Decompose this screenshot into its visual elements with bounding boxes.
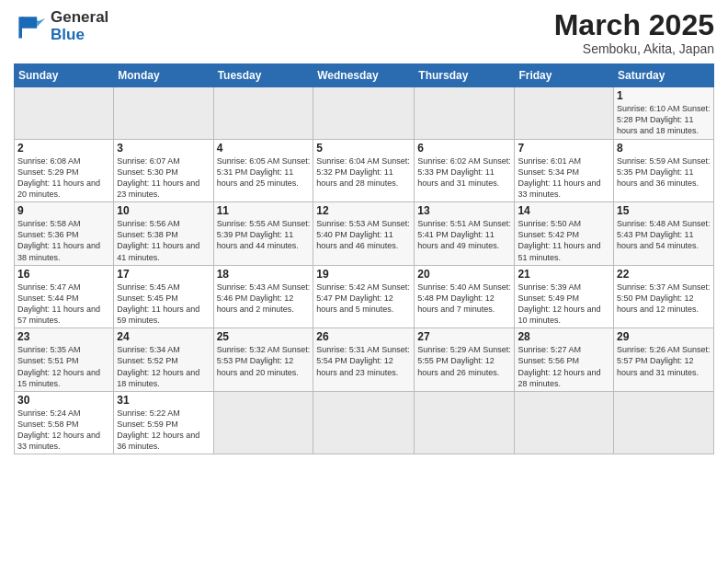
- day-info: Sunrise: 5:34 AM Sunset: 5:52 PM Dayligh…: [117, 344, 210, 389]
- week-row-0: 1Sunrise: 6:10 AM Sunset: 5:28 PM Daylig…: [15, 87, 714, 139]
- week-row-3: 16Sunrise: 5:47 AM Sunset: 5:44 PM Dayli…: [15, 265, 714, 328]
- day-info: Sunrise: 5:42 AM Sunset: 5:47 PM Dayligh…: [316, 282, 411, 315]
- day-cell: 4Sunrise: 6:05 AM Sunset: 5:31 PM Daylig…: [213, 139, 313, 202]
- day-cell: 6Sunrise: 6:02 AM Sunset: 5:33 PM Daylig…: [415, 139, 515, 202]
- day-cell: 5Sunrise: 6:04 AM Sunset: 5:32 PM Daylig…: [313, 139, 415, 202]
- header: General Blue March 2025 Semboku, Akita, …: [14, 9, 714, 56]
- day-number: 6: [417, 142, 511, 155]
- logo: General Blue: [14, 9, 108, 43]
- day-cell: [213, 391, 313, 454]
- day-info: Sunrise: 5:50 AM Sunset: 5:42 PM Dayligh…: [518, 218, 610, 263]
- day-cell: 18Sunrise: 5:43 AM Sunset: 5:46 PM Dayli…: [213, 265, 313, 328]
- day-cell: 27Sunrise: 5:29 AM Sunset: 5:55 PM Dayli…: [415, 328, 515, 392]
- day-info: Sunrise: 6:02 AM Sunset: 5:33 PM Dayligh…: [417, 155, 511, 189]
- day-cell: [515, 391, 614, 454]
- day-info: Sunrise: 5:37 AM Sunset: 5:50 PM Dayligh…: [617, 282, 711, 315]
- day-number: 7: [518, 142, 610, 155]
- day-number: 9: [17, 204, 110, 217]
- day-cell: [614, 391, 714, 454]
- day-number: 5: [316, 142, 411, 155]
- day-cell: 12Sunrise: 5:53 AM Sunset: 5:40 PM Dayli…: [313, 202, 415, 266]
- day-info: Sunrise: 5:22 AM Sunset: 5:59 PM Dayligh…: [117, 408, 210, 453]
- header-row: SundayMondayTuesdayWednesdayThursdayFrid…: [15, 64, 714, 87]
- day-info: Sunrise: 6:05 AM Sunset: 5:31 PM Dayligh…: [217, 155, 311, 189]
- header-friday: Friday: [515, 64, 614, 87]
- day-info: Sunrise: 5:32 AM Sunset: 5:53 PM Dayligh…: [217, 344, 311, 377]
- day-number: 10: [117, 204, 210, 217]
- page: General Blue March 2025 Semboku, Akita, …: [0, 0, 728, 563]
- day-cell: [415, 391, 515, 454]
- title-block: March 2025 Semboku, Akita, Japan: [554, 9, 714, 56]
- day-cell: [15, 87, 114, 139]
- week-row-4: 23Sunrise: 5:35 AM Sunset: 5:51 PM Dayli…: [15, 328, 714, 392]
- day-cell: 22Sunrise: 5:37 AM Sunset: 5:50 PM Dayli…: [614, 265, 714, 328]
- day-number: 8: [617, 142, 711, 155]
- day-info: Sunrise: 6:01 AM Sunset: 5:34 PM Dayligh…: [518, 155, 610, 201]
- day-info: Sunrise: 5:48 AM Sunset: 5:43 PM Dayligh…: [617, 218, 711, 251]
- svg-marker-2: [37, 18, 45, 27]
- logo-text: General Blue: [51, 9, 108, 43]
- day-info: Sunrise: 6:07 AM Sunset: 5:30 PM Dayligh…: [117, 155, 210, 201]
- day-number: 18: [217, 268, 311, 281]
- month-year-title: March 2025: [554, 9, 714, 41]
- day-number: 4: [217, 142, 311, 155]
- day-number: 26: [316, 330, 411, 343]
- day-info: Sunrise: 6:10 AM Sunset: 5:28 PM Dayligh…: [617, 103, 711, 136]
- day-number: 28: [518, 330, 610, 343]
- day-cell: 1Sunrise: 6:10 AM Sunset: 5:28 PM Daylig…: [614, 87, 714, 139]
- day-number: 16: [17, 268, 110, 281]
- day-cell: 16Sunrise: 5:47 AM Sunset: 5:44 PM Dayli…: [15, 265, 114, 328]
- week-row-2: 9Sunrise: 5:58 AM Sunset: 5:36 PM Daylig…: [15, 202, 714, 266]
- header-sunday: Sunday: [15, 64, 114, 87]
- day-cell: 11Sunrise: 5:55 AM Sunset: 5:39 PM Dayli…: [213, 202, 313, 266]
- day-number: 17: [117, 268, 210, 281]
- day-info: Sunrise: 5:47 AM Sunset: 5:44 PM Dayligh…: [17, 282, 110, 327]
- day-cell: [313, 391, 415, 454]
- day-number: 14: [518, 204, 610, 217]
- day-cell: 10Sunrise: 5:56 AM Sunset: 5:38 PM Dayli…: [114, 202, 213, 266]
- day-info: Sunrise: 5:53 AM Sunset: 5:40 PM Dayligh…: [316, 218, 411, 251]
- day-cell: 3Sunrise: 6:07 AM Sunset: 5:30 PM Daylig…: [114, 139, 213, 202]
- day-info: Sunrise: 5:35 AM Sunset: 5:51 PM Dayligh…: [17, 344, 110, 389]
- day-cell: 9Sunrise: 5:58 AM Sunset: 5:36 PM Daylig…: [15, 202, 114, 266]
- day-cell: [213, 87, 313, 139]
- header-thursday: Thursday: [415, 64, 515, 87]
- day-number: 31: [117, 394, 210, 407]
- day-info: Sunrise: 6:04 AM Sunset: 5:32 PM Dayligh…: [316, 155, 411, 189]
- day-number: 22: [617, 268, 711, 281]
- header-wednesday: Wednesday: [313, 64, 415, 87]
- header-tuesday: Tuesday: [213, 64, 313, 87]
- header-saturday: Saturday: [614, 64, 714, 87]
- day-cell: 29Sunrise: 5:26 AM Sunset: 5:57 PM Dayli…: [614, 328, 714, 392]
- day-cell: [313, 87, 415, 139]
- day-number: 13: [417, 204, 511, 217]
- day-cell: 20Sunrise: 5:40 AM Sunset: 5:48 PM Dayli…: [415, 265, 515, 328]
- day-cell: 23Sunrise: 5:35 AM Sunset: 5:51 PM Dayli…: [15, 328, 114, 392]
- day-info: Sunrise: 5:26 AM Sunset: 5:57 PM Dayligh…: [617, 344, 711, 377]
- day-cell: 21Sunrise: 5:39 AM Sunset: 5:49 PM Dayli…: [515, 265, 614, 328]
- day-cell: 13Sunrise: 5:51 AM Sunset: 5:41 PM Dayli…: [415, 202, 515, 266]
- location-subtitle: Semboku, Akita, Japan: [554, 41, 714, 56]
- day-cell: 7Sunrise: 6:01 AM Sunset: 5:34 PM Daylig…: [515, 139, 614, 202]
- day-number: 21: [518, 268, 610, 281]
- day-number: 23: [17, 330, 110, 343]
- day-info: Sunrise: 5:39 AM Sunset: 5:49 PM Dayligh…: [518, 282, 610, 327]
- day-number: 29: [617, 330, 711, 343]
- day-cell: 25Sunrise: 5:32 AM Sunset: 5:53 PM Dayli…: [213, 328, 313, 392]
- day-info: Sunrise: 5:55 AM Sunset: 5:39 PM Dayligh…: [217, 218, 311, 251]
- day-info: Sunrise: 6:08 AM Sunset: 5:29 PM Dayligh…: [17, 155, 110, 201]
- day-number: 20: [417, 268, 511, 281]
- day-info: Sunrise: 5:45 AM Sunset: 5:45 PM Dayligh…: [117, 282, 210, 327]
- day-number: 12: [316, 204, 411, 217]
- day-info: Sunrise: 5:29 AM Sunset: 5:55 PM Dayligh…: [417, 344, 511, 377]
- day-info: Sunrise: 5:43 AM Sunset: 5:46 PM Dayligh…: [217, 282, 311, 315]
- day-cell: 2Sunrise: 6:08 AM Sunset: 5:29 PM Daylig…: [15, 139, 114, 202]
- day-cell: [415, 87, 515, 139]
- day-cell: [114, 87, 213, 139]
- day-number: 15: [617, 204, 711, 217]
- day-cell: 26Sunrise: 5:31 AM Sunset: 5:54 PM Dayli…: [313, 328, 415, 392]
- day-info: Sunrise: 5:40 AM Sunset: 5:48 PM Dayligh…: [417, 282, 511, 315]
- calendar-table: SundayMondayTuesdayWednesdayThursdayFrid…: [14, 63, 714, 454]
- day-cell: 19Sunrise: 5:42 AM Sunset: 5:47 PM Dayli…: [313, 265, 415, 328]
- week-row-1: 2Sunrise: 6:08 AM Sunset: 5:29 PM Daylig…: [15, 139, 714, 202]
